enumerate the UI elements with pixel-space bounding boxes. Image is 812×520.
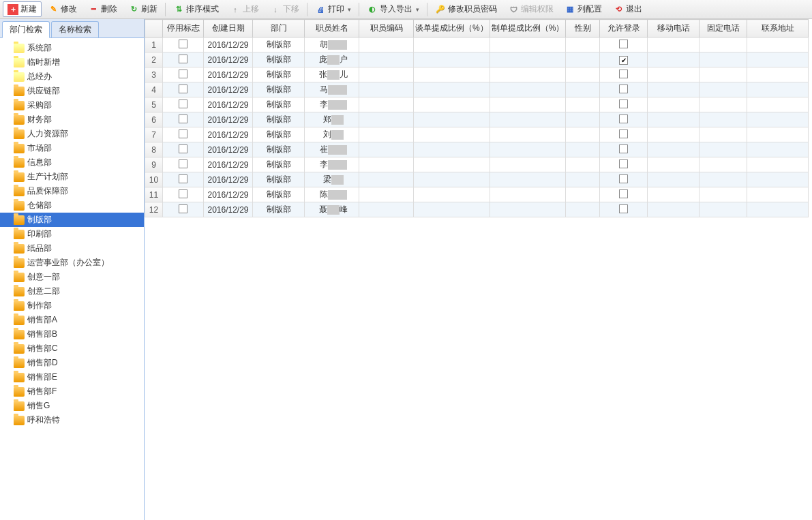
checkbox-icon[interactable] [619,85,628,93]
table-row[interactable]: 92016/12/29制版部李 [145,157,809,172]
importexport-button[interactable]: ◐导入导出▾ [362,1,424,17]
table-row[interactable]: 52016/12/29制版部李 [145,97,809,112]
checkbox-icon[interactable] [619,40,628,48]
folder-icon [14,201,25,211]
sort-icon: ⇅ [173,4,184,15]
table-row[interactable]: 112016/12/29制版部陈 [145,187,809,202]
sidebar-item-总经办[interactable]: 总经办 [0,70,144,84]
tab-dept-search[interactable]: 部门检索 [2,21,50,38]
checkbox-icon[interactable] [619,144,628,153]
checkbox-icon[interactable] [179,100,187,108]
table-row[interactable]: 32016/12/29制版部张儿 [145,67,809,82]
checkbox-icon[interactable] [619,174,628,183]
checkbox-icon[interactable] [179,70,187,78]
checkbox-icon[interactable] [179,40,187,48]
col-mobile[interactable]: 移动电话 [648,20,700,37]
changepwd-button[interactable]: 🔑修改职员密码 [430,1,502,17]
checkbox-icon[interactable] [179,144,187,153]
sidebar-item-运营事业部（办公室）[interactable]: 运营事业部（办公室） [0,256,144,270]
checkbox-icon[interactable] [179,204,187,213]
sortmode-button[interactable]: ⇅排序模式 [168,1,224,17]
sidebar-item-销售部B[interactable]: 销售部B [0,327,144,341]
checkbox-icon[interactable] [619,100,628,108]
tree-item-label: 人力资源部 [27,128,68,140]
checkbox-icon[interactable] [179,189,187,198]
checkbox-icon[interactable] [619,204,628,213]
sidebar-item-制版部[interactable]: 制版部 [0,213,144,227]
checkbox-icon[interactable] [179,159,187,168]
tree-item-label: 品质保障部 [27,185,68,197]
table-row[interactable]: 12016/12/29制版部胡 [145,37,809,52]
checkbox-icon[interactable] [179,129,187,138]
sidebar-item-财务部[interactable]: 财务部 [0,112,144,127]
sidebar-item-销售G[interactable]: 销售G [0,399,144,413]
checkbox-icon[interactable] [619,114,628,123]
checkbox-icon[interactable] [619,189,628,198]
sidebar-item-销售部C[interactable]: 销售部C [0,341,144,356]
sidebar-item-供应链部[interactable]: 供应链部 [0,84,144,98]
checkbox-icon[interactable] [619,56,628,65]
col-dept[interactable]: 部门 [253,20,305,37]
sidebar-item-人力资源部[interactable]: 人力资源部 [0,127,144,141]
table-row[interactable]: 102016/12/29制版部梁 [145,172,809,187]
sidebar-item-呼和浩特[interactable]: 呼和浩特 [0,413,144,427]
separator [359,3,359,16]
arrow-up-icon: ↑ [230,4,241,15]
checkbox-icon[interactable] [619,129,628,138]
sidebar-item-信息部[interactable]: 信息部 [0,155,144,170]
sidebar-item-采购部[interactable]: 采购部 [0,98,144,112]
table-row[interactable]: 62016/12/29制版部郑 [145,112,809,127]
chevron-down-icon: ▾ [348,6,351,13]
sidebar-item-创意一部[interactable]: 创意一部 [0,270,144,284]
refresh-button[interactable]: ↻刷新 [123,1,162,17]
print-button[interactable]: 🖨打印▾ [310,1,356,17]
sidebar-item-销售部F[interactable]: 销售部F [0,384,144,399]
editperm-button[interactable]: 🛡编辑权限 [503,1,558,17]
colconfig-button[interactable]: ▦列配置 [560,1,607,17]
checkbox-icon[interactable] [179,114,187,123]
sidebar-item-制作部[interactable]: 制作部 [0,299,144,313]
sidebar-item-系统部[interactable]: 系统部 [0,41,144,55]
table-row[interactable]: 42016/12/29制版部马 [145,82,809,97]
sidebar-item-生产计划部[interactable]: 生产计划部 [0,170,144,184]
col-allowlogin[interactable]: 允许登录 [600,20,648,37]
col-tel[interactable]: 固定电话 [700,20,747,37]
movedown-button[interactable]: ↓下移 [265,1,304,17]
table-row[interactable]: 122016/12/29制版部聂峰 [145,202,809,217]
col-commission1[interactable]: 谈单提成比例（%） [414,20,490,37]
checkbox-icon[interactable] [179,85,187,93]
sidebar-item-销售部D[interactable]: 销售部D [0,356,144,370]
tab-name-search[interactable]: 名称检索 [51,21,99,37]
sidebar-item-印刷部[interactable]: 印刷部 [0,227,144,241]
col-gender[interactable]: 性别 [566,20,600,37]
sidebar-item-品质保障部[interactable]: 品质保障部 [0,184,144,198]
sidebar-item-市场部[interactable]: 市场部 [0,141,144,155]
sidebar-item-纸品部[interactable]: 纸品部 [0,241,144,256]
sidebar-item-仓储部[interactable]: 仓储部 [0,198,144,213]
table-row[interactable]: 72016/12/29制版部刘 [145,127,809,142]
sidebar-item-创意二部[interactable]: 创意二部 [0,284,144,299]
sidebar-item-销售部A[interactable]: 销售部A [0,313,144,327]
tree-item-label: 生产计划部 [27,171,68,183]
moveup-button[interactable]: ↑上移 [225,1,264,17]
col-address[interactable]: 联系地址 [747,20,809,37]
checkbox-icon[interactable] [179,174,187,183]
checkbox-icon[interactable] [179,55,187,63]
delete-button[interactable]: ━删除 [83,1,122,17]
table-row[interactable]: 22016/12/29制版部庞户 [145,52,809,67]
col-disable[interactable]: 停用标志 [163,20,204,37]
checkbox-icon[interactable] [619,70,628,78]
sidebar-item-销售部E[interactable]: 销售部E [0,370,144,384]
new-button[interactable]: ＋新建 [3,1,42,17]
col-empname[interactable]: 职员姓名 [305,20,359,37]
col-empcode[interactable]: 职员编码 [359,20,414,37]
exit-button[interactable]: ⟲退出 [608,1,647,17]
edit-button[interactable]: ✎修改 [43,1,82,17]
col-commission2[interactable]: 制单提成比例（%） [490,20,566,37]
table-row[interactable]: 82016/12/29制版部崔 [145,142,809,157]
separator [165,3,166,16]
col-cdate[interactable]: 创建日期 [204,20,253,37]
sidebar-item-临时新增[interactable]: 临时新增 [0,55,144,70]
checkbox-icon[interactable] [619,159,628,168]
col-rownum[interactable] [145,20,163,37]
